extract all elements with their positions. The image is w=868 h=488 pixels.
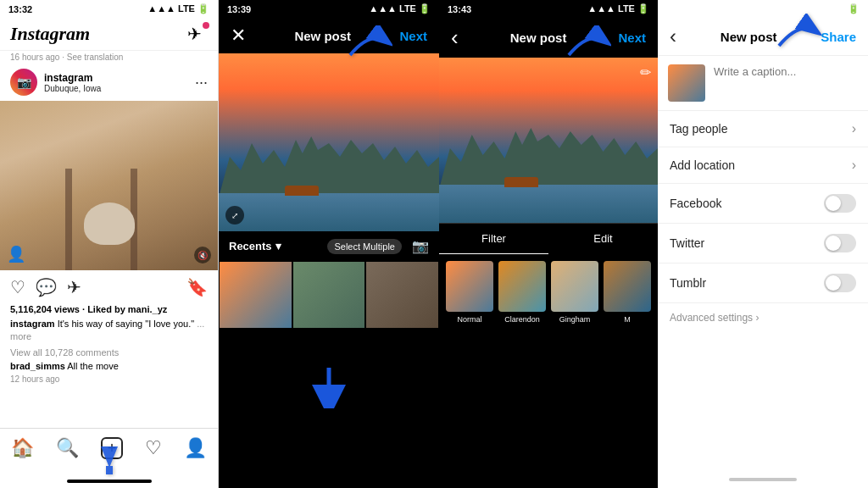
svg-marker-0	[101, 446, 118, 468]
thumbnail-1[interactable]	[219, 261, 292, 329]
comment-preview: brad_simms All the move	[0, 361, 218, 374]
caption-username: instagram	[10, 319, 55, 329]
next-button-panel2[interactable]: Next	[399, 29, 427, 43]
back-button-share[interactable]: ‹	[670, 25, 676, 48]
select-multiple-button[interactable]: Select Multiple	[327, 239, 402, 254]
toggle-knob-twitter	[826, 236, 841, 251]
feed-header: Instagram ✈	[0, 18, 218, 51]
twitter-row: Twitter	[658, 224, 868, 263]
commenter-name: brad_simms	[10, 361, 65, 371]
filter-options: Normal Clarendon Gingham M	[439, 254, 658, 488]
share-button[interactable]: Share	[821, 30, 856, 44]
edit-icon[interactable]: ✏	[640, 64, 651, 80]
profile-info[interactable]: 📷 instagram Dubuque, Iowa	[10, 69, 101, 96]
home-indicator	[67, 480, 152, 483]
status-bar-4: 🔋	[658, 0, 868, 18]
filter-title: New post	[510, 30, 567, 45]
facebook-label: Facebook	[670, 197, 721, 210]
comments-link[interactable]: View all 10,728 comments	[0, 347, 218, 361]
avatar: 📷	[10, 69, 37, 96]
facebook-toggle[interactable]	[824, 194, 856, 213]
post-stats: 5,116,204 views · Liked by mani._yz	[0, 304, 218, 318]
time-3: 13:43	[448, 4, 471, 14]
instagram-logo: Instagram	[10, 23, 90, 45]
more-options-button[interactable]: ···	[195, 74, 208, 92]
advanced-settings-row[interactable]: Advanced settings ›	[658, 303, 868, 332]
status-bar-2: 13:39 ▲▲▲ LTE 🔋	[219, 0, 439, 18]
back-button-filter[interactable]: ‹	[451, 25, 459, 51]
tag-people-chevron: ›	[852, 121, 856, 136]
post-actions: ♡ 💬 ✈ 🔖	[0, 270, 218, 304]
recents-label[interactable]: Recents ▾	[229, 240, 281, 252]
advanced-settings-chevron: ›	[755, 312, 759, 324]
tumblr-row: Tumblr	[658, 263, 868, 303]
status-bar-3: 13:43 ▲▲▲ LTE 🔋	[439, 0, 658, 18]
filter-gingham[interactable]: Gingham	[551, 261, 598, 481]
notification-button[interactable]: ✈	[187, 24, 208, 44]
post-image: 👤 🔇	[0, 101, 218, 270]
add-location-chevron: ›	[852, 158, 856, 173]
advanced-settings-label: Advanced settings	[670, 312, 753, 324]
signal-3: ▲▲▲ LTE 🔋	[587, 3, 649, 14]
city-silhouette-2	[439, 121, 658, 189]
filter-clarendon[interactable]: Clarendon	[498, 261, 546, 481]
signal-2: ▲▲▲ LTE 🔋	[369, 3, 431, 14]
profile-row: 📷 instagram Dubuque, Iowa ···	[0, 64, 218, 101]
toggle-knob-tumblr	[826, 275, 841, 291]
camera-button[interactable]: 📷	[412, 238, 429, 254]
filter-clarendon-preview	[498, 261, 546, 312]
newpost-panel: 13:39 ▲▲▲ LTE 🔋 ✕ New post Next ⤢ Recent…	[219, 0, 439, 488]
svg-rect-1	[106, 466, 113, 474]
tumblr-label: Tumblr	[670, 276, 706, 290]
thumbnail-2[interactable]	[292, 261, 366, 329]
volume-icon[interactable]: 🔇	[194, 247, 211, 263]
down-arrow-annotation	[0, 442, 218, 480]
translation-hint: 16 hours ago · See translation	[0, 51, 218, 64]
close-button[interactable]: ✕	[231, 25, 246, 47]
boat-2	[504, 177, 538, 187]
tag-people-row[interactable]: Tag people ›	[658, 111, 868, 147]
filter-edit-tabs: Filter Edit	[439, 223, 658, 254]
share-title: New post	[721, 30, 777, 44]
down-arrow-panel2	[312, 366, 346, 412]
filter-normal[interactable]: Normal	[446, 261, 493, 481]
share-button[interactable]: ✈	[67, 277, 81, 297]
thumbnail-3[interactable]	[365, 261, 439, 329]
filter-normal-label: Normal	[457, 315, 481, 324]
next-button-panel3[interactable]: Next	[618, 30, 646, 45]
profile-details: instagram Dubuque, Iowa	[44, 72, 101, 93]
expand-icon[interactable]: ⤢	[225, 206, 244, 225]
toggle-knob-facebook	[826, 196, 841, 211]
recents-bar: Recents ▾ Select Multiple 📷	[219, 231, 439, 261]
filter-gingham-label: Gingham	[559, 315, 591, 324]
user-overlay-icon: 👤	[7, 245, 25, 263]
caption-input[interactable]	[714, 64, 858, 102]
actions-left: ♡ 💬 ✈	[10, 277, 81, 297]
filter-gingham-preview	[551, 261, 598, 312]
boat	[285, 186, 319, 196]
add-location-row[interactable]: Add location ›	[658, 147, 868, 184]
bookmark-button[interactable]: 🔖	[186, 277, 208, 297]
twitter-toggle[interactable]	[824, 234, 856, 252]
comment-button[interactable]: 💬	[36, 277, 57, 297]
facebook-row: Facebook	[658, 184, 868, 224]
tab-edit[interactable]: Edit	[548, 224, 658, 254]
post-time: 12 hours ago	[0, 374, 218, 391]
filter-header: ‹ New post Next	[439, 18, 658, 58]
twitter-label: Twitter	[670, 236, 704, 250]
caption-image-thumb	[668, 64, 705, 102]
tumblr-toggle[interactable]	[824, 274, 856, 292]
time-1: 13:32	[8, 4, 32, 14]
tag-people-label: Tag people	[670, 122, 728, 136]
feed-panel: 13:32 ▲▲▲ LTE 🔋 Instagram ✈ 16 hours ago…	[0, 0, 219, 488]
home-indicator-4	[729, 478, 797, 481]
battery-4: 🔋	[848, 3, 860, 14]
tab-filter[interactable]: Filter	[439, 224, 548, 254]
share-header: ‹ New post Share	[658, 18, 868, 56]
profile-location: Dubuque, Iowa	[44, 84, 101, 93]
recents-actions: Select Multiple 📷	[327, 238, 429, 254]
filter-preview-image: ✏	[439, 58, 658, 223]
like-button[interactable]: ♡	[10, 277, 25, 297]
filter-m[interactable]: M	[604, 261, 651, 481]
add-location-label: Add location	[670, 158, 735, 172]
